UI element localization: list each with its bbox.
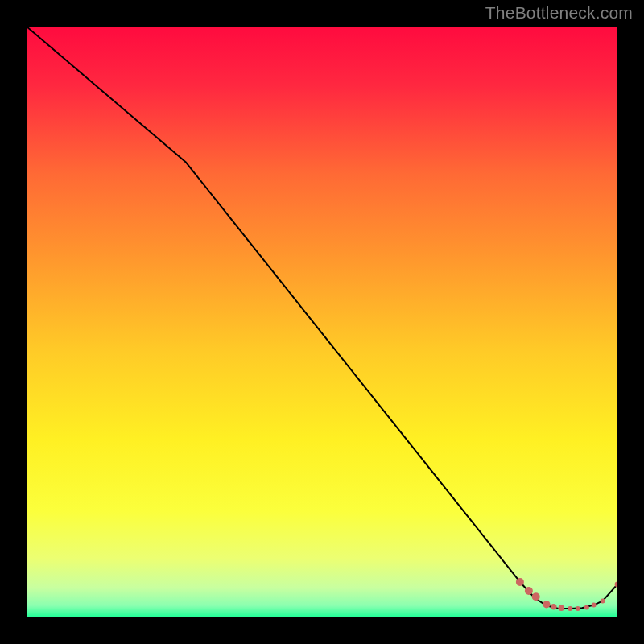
marker-point — [558, 605, 564, 611]
marker-point — [543, 601, 550, 608]
marker-point — [532, 592, 540, 601]
marker-point — [516, 578, 524, 586]
marker-point — [592, 603, 597, 608]
gradient-background — [27, 27, 617, 617]
plot-area — [27, 27, 617, 617]
marker-point — [576, 606, 580, 611]
marker-point — [584, 605, 589, 610]
marker-point — [568, 606, 572, 611]
chart-stage: TheBottleneck.com — [0, 0, 644, 644]
marker-point — [551, 604, 557, 610]
marker-point — [601, 598, 605, 603]
plot-svg — [27, 27, 617, 617]
marker-point — [525, 587, 533, 595]
watermark-text: TheBottleneck.com — [485, 3, 633, 23]
